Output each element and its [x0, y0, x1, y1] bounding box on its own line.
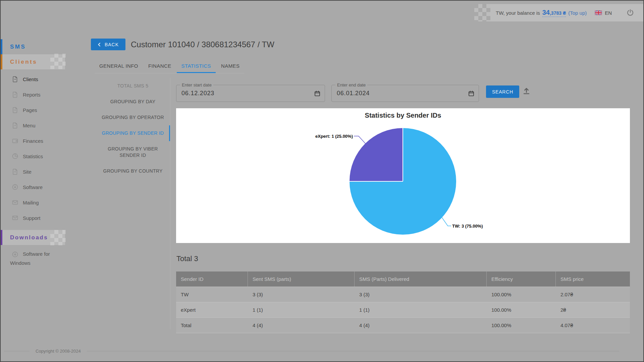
- tab-statistics[interactable]: STATISTICS: [177, 59, 216, 73]
- back-button[interactable]: BACK: [91, 39, 125, 50]
- column-header-sender-id: Sender ID: [176, 272, 248, 287]
- sidebar-item-label: Finances: [23, 138, 43, 144]
- envelope-icon: [12, 199, 18, 206]
- sidebar-item-statistics[interactable]: Statistics: [1, 148, 79, 164]
- balance-whole: 34: [542, 9, 550, 16]
- sidebar-item-software[interactable]: Software: [1, 179, 79, 195]
- cell-sender-id: Total: [176, 318, 248, 333]
- sidebar-item-reports[interactable]: Reports: [1, 87, 79, 102]
- pie-label-expert: eXpert: 1 (25.00%): [315, 134, 353, 139]
- sidebar-section-label: Downloads: [10, 234, 48, 241]
- end-date-input[interactable]: [332, 85, 479, 102]
- cell-sms-price: 2₴: [556, 302, 630, 317]
- sidebar-item-label: Mailing: [23, 200, 39, 205]
- sidebar-item-label: Site: [23, 169, 32, 175]
- sidebar-item-site[interactable]: Site: [1, 164, 79, 179]
- search-button[interactable]: SEARCH: [486, 85, 519, 98]
- sidebar-item-clients[interactable]: Clients: [1, 71, 79, 87]
- pie-label-tw: TW: 3 (75.00%): [452, 224, 483, 229]
- table-header-row: Sender ID Sent SMS (parts) SMS (Parts) D…: [176, 272, 630, 287]
- pie-slice-separator: [350, 181, 403, 182]
- sidebar-item-finances[interactable]: Finances: [1, 133, 79, 148]
- sidebar-item-menu[interactable]: Menu: [1, 118, 79, 133]
- submenu-grouping-by-sender-id[interactable]: GROUPING BY SENDER ID: [96, 125, 170, 141]
- submenu-divider: [170, 78, 170, 329]
- submenu-grouping-by-viber-sender-id[interactable]: GROUPING BY VIBER SENDER ID: [96, 141, 170, 163]
- topbar: TW, your balance is 34,3783 ₴ (Top up) E…: [490, 4, 643, 21]
- cell-sent-sms: 1 (1): [248, 302, 355, 317]
- power-button[interactable]: [626, 8, 635, 17]
- document-icon: [12, 107, 18, 113]
- start-date-field: Enter start date: [176, 85, 325, 102]
- cell-efficiency: 100.00%: [487, 302, 556, 317]
- document-icon: [12, 168, 18, 175]
- balance-text: TW, your balance is 34,3783 ₴ (Top up): [496, 9, 587, 17]
- balance-prefix: TW, your balance is: [496, 10, 540, 16]
- upload-icon: [522, 86, 531, 95]
- table-row: TW 3 (3) 3 (3) 100.00% 2.07₴: [176, 287, 630, 302]
- sidebar-item-software-for-windows[interactable]: Software for Windows: [10, 249, 69, 267]
- cell-efficiency: 100.00%: [487, 287, 556, 302]
- sidebar-menu: Clients Reports Pages Menu Finances Stat…: [1, 71, 79, 226]
- cell-sent-sms: 3 (3): [248, 287, 355, 302]
- column-header-sent-sms: Sent SMS (parts): [248, 272, 355, 287]
- cell-sender-id: eXpert: [176, 302, 248, 317]
- end-date-field: Enter end date: [331, 85, 479, 102]
- column-header-delivered: SMS (Parts) Delivered: [355, 272, 487, 287]
- sidebar-item-pages[interactable]: Pages: [1, 102, 79, 118]
- balance-link[interactable]: 34,3783 ₴: [542, 9, 566, 17]
- language-selector[interactable]: EN: [595, 10, 612, 16]
- chart-panel: Statistics by Sender IDs eXpert: 1 (25.0…: [176, 108, 630, 243]
- chevron-left-icon: [98, 43, 101, 47]
- calendar-icon[interactable]: [468, 90, 475, 97]
- submenu-grouping-by-day[interactable]: GROUPING BY DAY: [96, 94, 170, 110]
- cell-delivered: 4 (4): [355, 318, 487, 333]
- tab-names[interactable]: NAMES: [216, 59, 244, 73]
- start-date-input[interactable]: [176, 85, 325, 102]
- calendar-icon[interactable]: [314, 90, 321, 97]
- pie-slice-separator: [402, 128, 403, 181]
- download-icon: [12, 251, 18, 258]
- statistics-table: Sender ID Sent SMS (parts) SMS (Parts) D…: [176, 272, 630, 333]
- document-icon: [12, 122, 18, 129]
- copyright-text: Copyright © 2008-2024: [36, 349, 81, 354]
- download-icon: [12, 184, 18, 190]
- submenu-total-sms: TOTAL SMS 5: [96, 78, 170, 94]
- sidebar-item-support[interactable]: Support: [1, 210, 79, 226]
- power-icon: [626, 8, 635, 17]
- callout-line-expert: [354, 136, 366, 144]
- cell-sent-sms: 4 (4): [248, 318, 355, 333]
- submenu-grouping-by-operator[interactable]: GROUPING BY OPERATOR: [96, 110, 170, 125]
- cell-sms-price: 4.07₴: [556, 318, 630, 333]
- table-row: eXpert 1 (1) 1 (1) 100.00% 2₴: [176, 302, 630, 317]
- uk-flag-icon: [595, 10, 602, 15]
- sidebar-item-label: Software: [23, 184, 43, 190]
- submenu-grouping-by-country[interactable]: GROUPING BY COUNTRY: [96, 163, 170, 179]
- cell-delivered: 1 (1): [355, 302, 487, 317]
- tab-general-info[interactable]: GENERAL INFO: [95, 59, 143, 73]
- footer: Copyright © 2008-2024: [4, 349, 619, 354]
- pie-chart-icon: [12, 153, 18, 160]
- pixel-decoration: [474, 4, 490, 21]
- export-button[interactable]: [522, 86, 531, 95]
- tab-finance[interactable]: FINANCE: [144, 59, 176, 73]
- column-header-sms-price: SMS price: [556, 272, 630, 287]
- pie-chart: [350, 128, 456, 235]
- pixel-decoration: [50, 230, 66, 245]
- language-label: EN: [605, 10, 612, 16]
- document-icon: [12, 76, 18, 82]
- sidebar-item-label: Menu: [23, 123, 36, 128]
- sidebar-item-mailing[interactable]: Mailing: [1, 195, 79, 210]
- back-button-label: BACK: [105, 42, 119, 47]
- balance-fraction: ,3783 ₴: [550, 10, 566, 16]
- tab-bar: GENERAL INFO FINANCE STATISTICS NAMES: [95, 59, 244, 73]
- chart-title: Statistics by Sender IDs: [176, 112, 630, 119]
- sidebar-item-label: Reports: [23, 92, 41, 98]
- page-title: Customer 101040 / 380681234567 / TW: [131, 40, 274, 49]
- sidebar-section-sms[interactable]: SMS: [1, 39, 78, 54]
- top-up-link[interactable]: (Top up): [568, 10, 587, 16]
- table-row-total: Total 4 (4) 4 (4) 100.00% 4.07₴: [176, 317, 630, 333]
- envelope-icon: [12, 215, 18, 221]
- sidebar-item-label: Pages: [23, 107, 37, 113]
- pixel-decoration: [50, 54, 66, 69]
